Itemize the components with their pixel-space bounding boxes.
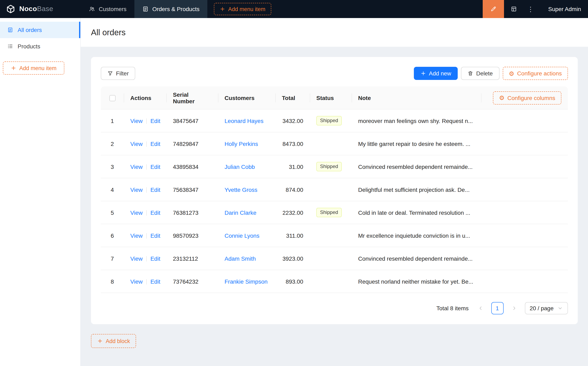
view-link[interactable]: View: [130, 163, 143, 170]
edit-link[interactable]: Edit: [150, 232, 160, 239]
screen: NocoBase Customers Orders & Products Add…: [0, 0, 588, 366]
page-size-select[interactable]: 20 / page: [525, 302, 568, 314]
page-header: All orders: [81, 18, 588, 47]
customer-link[interactable]: Darin Clarke: [225, 209, 256, 216]
serial-cell: 75638347: [166, 178, 218, 201]
plugin-settings-button[interactable]: [504, 0, 524, 18]
customer-link[interactable]: Holly Perkins: [225, 140, 258, 147]
status-cell: [310, 270, 352, 293]
note-cell: Mr excellence inquietude conviction is i…: [352, 224, 481, 247]
sidebar-add-menu-item-button[interactable]: Add menu item: [3, 61, 64, 75]
customer-link[interactable]: Yvette Gross: [225, 186, 257, 193]
kebab-icon: ⋮: [527, 5, 534, 13]
nav-item-orders-products[interactable]: Orders & Products: [134, 0, 207, 18]
edit-link[interactable]: Edit: [150, 209, 160, 216]
col-header-note: Note: [352, 86, 481, 109]
pagination-prev-button[interactable]: [474, 302, 487, 314]
customer-link[interactable]: Julian Cobb: [225, 163, 255, 170]
plus-icon: [97, 338, 103, 344]
total-cell: 31.00: [275, 155, 310, 178]
current-user[interactable]: Super Admin: [538, 0, 588, 18]
customer-link[interactable]: Leonard Hayes: [225, 117, 264, 124]
nav-add-menu-item-button[interactable]: Add menu item: [214, 3, 271, 15]
serial-cell: 98570923: [166, 224, 218, 247]
add-new-button[interactable]: Add new: [414, 67, 458, 80]
configure-actions-label: Configure actions: [517, 70, 562, 77]
customer-link[interactable]: Frankie Simpson: [225, 278, 268, 285]
edit-link[interactable]: Edit: [150, 163, 160, 170]
action-divider: [146, 142, 147, 147]
filter-icon: [107, 70, 113, 76]
top-navbar: NocoBase Customers Orders & Products Add…: [0, 0, 588, 18]
status-tag: Shipped: [316, 162, 342, 171]
view-link[interactable]: View: [130, 255, 143, 262]
customer-cell: Julian Cobb: [218, 155, 275, 178]
edit-link[interactable]: Edit: [150, 255, 160, 262]
delete-button[interactable]: Delete: [461, 67, 499, 80]
view-link[interactable]: View: [130, 117, 143, 124]
status-tag: Shipped: [316, 116, 342, 125]
serial-cell: 43895834: [166, 155, 218, 178]
total-cell: 3432.00: [275, 109, 310, 132]
nocobase-logo-icon: [6, 4, 15, 14]
chevron-left-icon: [478, 305, 483, 311]
logo-noco: Noco: [19, 5, 37, 13]
sidebar-item-products[interactable]: Products: [0, 38, 80, 54]
page-size-value: 20 / page: [530, 305, 554, 312]
select-all-checkbox[interactable]: [109, 95, 115, 101]
col-header-serial-number: Serial Number: [166, 86, 218, 109]
view-link[interactable]: View: [130, 186, 143, 193]
pagination-next-button[interactable]: [508, 302, 520, 314]
status-cell: [310, 132, 352, 155]
col-header-actions: Actions: [124, 86, 166, 109]
sidebar-item-all-orders[interactable]: All orders: [0, 22, 80, 38]
serial-cell: 76381273: [166, 201, 218, 224]
customer-link[interactable]: Connie Lyons: [225, 232, 259, 239]
edit-link[interactable]: Edit: [150, 278, 160, 285]
action-divider: [146, 279, 147, 285]
customer-cell: Leonard Hayes: [218, 109, 275, 132]
row-actions: ViewEdit: [124, 109, 166, 132]
sidebar-add-menu-item-label: Add menu item: [19, 65, 57, 71]
orders-table: Actions Serial Number Customers Total St…: [101, 86, 568, 293]
view-link[interactable]: View: [130, 140, 143, 147]
customer-link[interactable]: Adam Smith: [225, 255, 256, 262]
action-divider: [146, 233, 147, 239]
configure-actions-button[interactable]: ⚙ Configure actions: [503, 67, 568, 80]
row-actions: ViewEdit: [124, 178, 166, 201]
filter-button[interactable]: Filter: [101, 67, 135, 80]
edit-link[interactable]: Edit: [150, 186, 160, 193]
users-icon: [89, 6, 95, 12]
configure-columns-button[interactable]: ⚙ Configure columns: [493, 91, 561, 104]
nav-item-customers[interactable]: Customers: [81, 0, 134, 18]
more-menu-button[interactable]: ⋮: [524, 0, 538, 18]
highlighter-icon: [490, 6, 497, 12]
row-index: 3: [101, 155, 124, 178]
logo-base: Base: [37, 5, 53, 13]
sidebar-item-label: Products: [18, 43, 40, 50]
edit-link[interactable]: Edit: [150, 117, 160, 124]
pagination-page-1[interactable]: 1: [491, 302, 503, 314]
nocobase-logo[interactable]: NocoBase: [0, 0, 81, 18]
serial-cell: 38475647: [166, 109, 218, 132]
view-link[interactable]: View: [130, 232, 143, 239]
add-block-button[interactable]: Add block: [91, 334, 136, 348]
ui-editor-button[interactable]: [483, 0, 504, 18]
row-actions: ViewEdit: [124, 247, 166, 270]
row-index: 7: [101, 247, 124, 270]
row-actions: ViewEdit: [124, 132, 166, 155]
serial-cell: 74829847: [166, 132, 218, 155]
view-link[interactable]: View: [130, 209, 143, 216]
row-index: 5: [101, 201, 124, 224]
table-header-row: Actions Serial Number Customers Total St…: [101, 86, 568, 109]
row-index: 2: [101, 132, 124, 155]
status-tag: Shipped: [316, 208, 342, 217]
select-all-header: [101, 86, 124, 109]
edit-link[interactable]: Edit: [150, 140, 160, 147]
gear-icon: ⚙: [499, 95, 505, 101]
note-cell: My little garret repair to desire he est…: [352, 132, 481, 155]
empty-cell: [481, 201, 568, 224]
view-link[interactable]: View: [130, 278, 143, 285]
status-cell: Shipped: [310, 155, 352, 178]
row-actions: ViewEdit: [124, 155, 166, 178]
